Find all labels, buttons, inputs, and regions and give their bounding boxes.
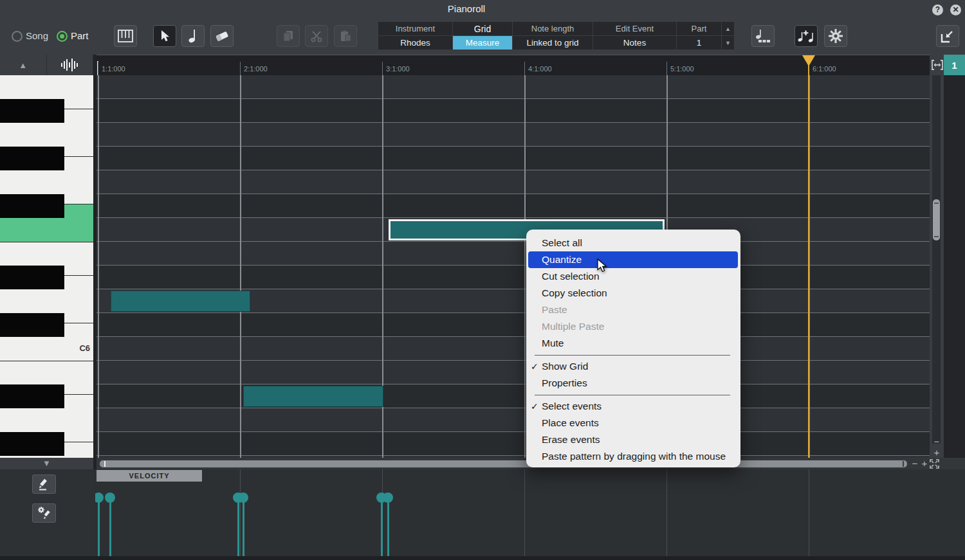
menu-item-cut-selection[interactable]: Cut selection: [528, 268, 738, 285]
grid-row-Gs5[interactable]: [96, 432, 930, 456]
velocity-lane[interactable]: VELOCITY: [95, 469, 965, 560]
song-radio[interactable]: [12, 31, 23, 42]
piano-key-As6[interactable]: [0, 99, 93, 123]
black-key[interactable]: [0, 99, 64, 123]
velocity-handle[interactable]: [95, 492, 104, 503]
instrument-value[interactable]: Rhodes: [378, 36, 453, 50]
menu-item-select-events[interactable]: ✓Select events: [528, 398, 738, 415]
part-radio[interactable]: [57, 31, 68, 42]
grid-value[interactable]: Measure: [453, 36, 513, 50]
grid-row-G6[interactable]: [96, 170, 930, 194]
grid-row-E6[interactable]: [96, 242, 930, 266]
column-header-part[interactable]: Part: [677, 22, 722, 36]
grid-row-Cs6[interactable]: [96, 313, 930, 337]
menu-item-show-grid[interactable]: ✓Show Grid: [528, 358, 738, 375]
piano-key-D6[interactable]: [0, 289, 93, 313]
keyboard-toggle-button[interactable]: [114, 25, 137, 47]
piano-key-Gs6[interactable]: [0, 147, 93, 170]
menu-item-mute[interactable]: Mute: [528, 335, 738, 352]
velocity-view-button[interactable]: [47, 55, 94, 75]
cut-button[interactable]: [305, 25, 328, 47]
edit-event-value[interactable]: Notes: [593, 36, 677, 50]
grid-row-B5[interactable]: [96, 361, 930, 384]
playhead-marker[interactable]: [802, 55, 815, 66]
menu-item-quantize[interactable]: Quantize: [528, 251, 738, 268]
black-key[interactable]: [0, 147, 64, 170]
part-spinner-up[interactable]: ▲: [722, 22, 735, 36]
menu-item-copy-selection[interactable]: Copy selection: [528, 285, 738, 302]
piano-key-C6[interactable]: C6: [0, 337, 93, 361]
horizontal-zoom-in-button[interactable]: +: [919, 459, 930, 468]
piano-key-A5[interactable]: [0, 408, 93, 432]
piano-key-Gs5[interactable]: [0, 432, 93, 456]
grid-row-Gs6[interactable]: [96, 147, 930, 170]
fit-width-button[interactable]: [931, 59, 944, 71]
export-part-button[interactable]: [936, 25, 959, 47]
part-spinner-down[interactable]: ▼: [722, 36, 735, 50]
menu-item-select-all[interactable]: Select all: [528, 235, 738, 251]
grid-row-As6[interactable]: [96, 99, 930, 123]
black-key[interactable]: [0, 194, 64, 218]
velocity-stem[interactable]: [387, 498, 389, 557]
velocity-stem[interactable]: [237, 498, 239, 557]
piano-key-A6[interactable]: [0, 123, 93, 147]
pattern-editor-button[interactable]: [751, 25, 775, 47]
column-header-instrument[interactable]: Instrument: [378, 22, 453, 36]
piano-key-Cs6[interactable]: [0, 313, 93, 337]
piano-key-F6[interactable]: [0, 218, 93, 242]
grid-row-A6[interactable]: [96, 123, 930, 147]
piano-key-E6[interactable]: [0, 242, 93, 266]
velocity-handle[interactable]: [238, 492, 248, 503]
menu-item-multiple-paste[interactable]: Multiple Paste: [528, 318, 738, 335]
select-tool-button[interactable]: [153, 25, 176, 47]
column-header-edit-event[interactable]: Edit Event: [593, 22, 677, 36]
note-tool-button[interactable]: [181, 25, 205, 47]
vertical-scrollbar-thumb[interactable]: [933, 199, 940, 240]
menu-item-erase-events[interactable]: Erase events: [528, 431, 738, 448]
velocity-draw-button[interactable]: [32, 474, 56, 494]
close-button[interactable]: ✕: [950, 5, 961, 15]
column-header-grid[interactable]: Grid: [453, 22, 513, 36]
part-value[interactable]: 1: [677, 36, 722, 50]
scroll-keys-down-button[interactable]: ▼: [0, 458, 93, 469]
grid-row-As5[interactable]: [96, 384, 930, 408]
part-number-tile[interactable]: 1: [944, 55, 965, 75]
horizontal-zoom-out-button[interactable]: −: [910, 459, 920, 468]
velocity-stem[interactable]: [243, 498, 244, 557]
expand-view-button[interactable]: [930, 459, 939, 469]
copy-button[interactable]: [277, 25, 300, 47]
playhead-line[interactable]: [808, 57, 809, 458]
piano-key-B6[interactable]: [0, 75, 93, 99]
midi-note-D6[interactable]: [111, 291, 250, 312]
piano-key-As5[interactable]: [0, 384, 93, 408]
piano-keyboard[interactable]: C6: [0, 75, 93, 458]
velocity-stem[interactable]: [109, 498, 111, 557]
vertical-scrollbar[interactable]: [932, 75, 941, 444]
black-key[interactable]: [0, 384, 64, 408]
eraser-tool-button[interactable]: [210, 25, 234, 47]
piano-key-B5[interactable]: [0, 361, 93, 384]
vertical-zoom-out-button[interactable]: −: [932, 437, 942, 446]
grid-row-Fs6[interactable]: [96, 194, 930, 218]
piano-key-Ds6[interactable]: [0, 266, 93, 289]
menu-item-properties[interactable]: Properties: [528, 375, 738, 392]
velocity-settings-button[interactable]: [32, 503, 56, 523]
menu-item-paste[interactable]: Paste: [528, 302, 738, 318]
grid-row-B6[interactable]: [96, 75, 930, 99]
grid-row-A5[interactable]: [96, 408, 930, 432]
column-header-note-length[interactable]: Note length: [513, 22, 593, 36]
black-key[interactable]: [0, 266, 64, 289]
help-button[interactable]: ?: [932, 5, 943, 15]
grid-row-Ds6[interactable]: [96, 266, 930, 289]
velocity-handle[interactable]: [105, 492, 115, 503]
note-grid[interactable]: [96, 75, 930, 458]
black-key[interactable]: [0, 313, 64, 337]
menu-item-place-events[interactable]: Place events: [528, 415, 738, 431]
grid-row-C6[interactable]: [96, 337, 930, 361]
vertical-zoom-in-button[interactable]: +: [932, 448, 942, 457]
velocity-stem[interactable]: [98, 498, 100, 557]
velocity-handle[interactable]: [383, 492, 393, 503]
add-note-mode-button[interactable]: [795, 25, 818, 47]
piano-key-G6[interactable]: [0, 170, 93, 194]
settings-button[interactable]: [824, 25, 847, 47]
